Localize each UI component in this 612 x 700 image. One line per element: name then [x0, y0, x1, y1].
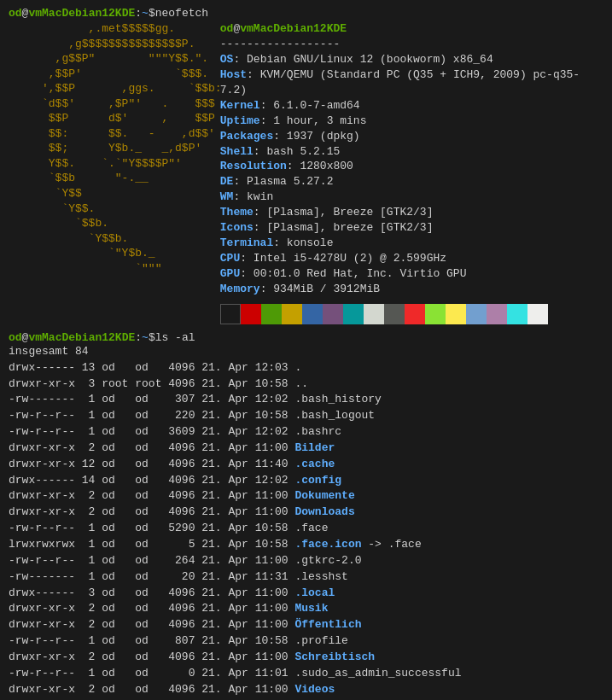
label-de: DE	[220, 175, 234, 188]
list-item: lrwxrwxrwx 1 od od 5 21. Apr 10:58 .face…	[9, 537, 603, 553]
file-name: .profile	[294, 634, 347, 647]
swatch-9	[405, 304, 425, 324]
label-gpu: GPU	[220, 267, 240, 280]
file-name: .bash_logout	[294, 409, 375, 422]
command-neofetch: neofetch	[155, 7, 208, 20]
list-item: -rw-r--r-- 1 od od 220 21. Apr 10:58 .ba…	[9, 408, 603, 424]
file-name: Schreibtisch	[294, 650, 375, 663]
list-item: drwxr-xr-x 12 od od 4096 21. Apr 11:40 .…	[9, 457, 603, 473]
prompt-host-2: vmMacDebian12KDE	[28, 331, 135, 344]
label-host: Host	[220, 68, 247, 81]
list-item: -rw-r--r-- 1 od od 5290 21. Apr 10:58 .f…	[9, 521, 603, 537]
prompt-line-2: od@vmMacDebian12KDE:~$ ls -al	[9, 331, 603, 344]
command-ls: ls -al	[155, 331, 195, 344]
prompt-dollar-1: $	[149, 7, 155, 20]
list-item: drwxr-xr-x 2 od od 4096 21. Apr 11:00 Sc…	[9, 650, 603, 666]
label-os: OS	[220, 53, 234, 66]
file-name: .bash_history	[294, 393, 381, 405]
value-cpu: Intel i5-4278U (2) @ 2.599GHz	[254, 252, 446, 265]
list-item: drwxr-xr-x 2 od od 4096 21. Apr 11:00 Vi…	[9, 682, 603, 698]
file-name: .local	[294, 586, 335, 599]
list-item: drwxr-xr-x 2 od od 4096 21. Apr 11:00 Do…	[9, 488, 603, 505]
label-cpu: CPU	[220, 252, 240, 265]
ls-section: od@vmMacDebian12KDE:~$ ls -al insgesamt …	[9, 331, 603, 700]
prompt-tilde-2: ~	[142, 331, 149, 344]
list-item: drwxr-xr-x 2 od od 4096 21. Apr 11:00 Öf…	[9, 617, 603, 633]
file-name: ..	[294, 377, 308, 390]
swatch-6	[343, 304, 364, 324]
file-name: .bashrc	[294, 425, 341, 438]
list-item: -rw------- 1 od od 20 21. Apr 11:31 .les…	[9, 569, 603, 586]
sysinfo-username: od	[220, 22, 234, 35]
file-name: .face	[294, 522, 328, 534]
value-shell: bash 5.2.15	[266, 145, 340, 158]
list-item: -rw-r--r-- 1 od od 807 21. Apr 10:58 .pr…	[9, 633, 603, 650]
terminal: od@vmMacDebian12KDE:~$ neofetch ,.met$$$…	[0, 0, 612, 700]
value-host: KVM/QEMU (Standard PC (Q35 + ICH9, 2009)…	[220, 68, 580, 96]
file-name: Bilder	[294, 441, 335, 454]
prompt-line-1: od@vmMacDebian12KDE:~$ neofetch	[9, 7, 603, 20]
swatch-3	[282, 304, 302, 324]
sysinfo-dashes: ------------------	[220, 38, 340, 50]
label-wm: WM	[220, 190, 234, 203]
prompt-user-2: od	[9, 331, 22, 344]
list-item: drwx------ 13 od od 4096 21. Apr 12:03 .	[9, 360, 603, 376]
color-swatches	[220, 304, 603, 324]
value-memory: 934MiB / 3912MiB	[273, 283, 380, 295]
prompt-colon-1: :	[135, 7, 142, 20]
prompt-at-1: @	[22, 7, 29, 20]
swatch-10	[425, 304, 446, 324]
file-name: .	[294, 361, 301, 374]
list-item: -rw-r--r-- 1 od od 3609 21. Apr 12:02 .b…	[9, 424, 603, 440]
label-packages: Packages	[220, 130, 273, 143]
prompt-tilde-1: ~	[142, 7, 149, 20]
label-resolution: Resolution	[220, 160, 287, 172]
list-item: drwxr-xr-x 2 od od 4096 21. Apr 11:00 Bi…	[9, 440, 603, 457]
swatch-11	[446, 304, 466, 324]
file-name: .lesshst	[294, 570, 347, 583]
value-packages: 1937 (dpkg)	[287, 130, 360, 143]
file-name: .cache	[294, 458, 335, 470]
file-name: Videos	[294, 683, 335, 696]
label-theme: Theme	[220, 206, 254, 219]
debian-ascii-art: ,.met$$$$$gg. ,g$$$$$$$$$$$$$$$P. ,g$$P"…	[9, 21, 220, 324]
list-item: -rw-r--r-- 1 od od 0 21. Apr 11:01 .sudo…	[9, 666, 603, 682]
value-wm: kwin	[247, 190, 273, 203]
list-item: drwxr-xr-x 2 od od 4096 21. Apr 11:00 Mu…	[9, 601, 603, 617]
file-name: .face.icon	[294, 538, 361, 551]
neofetch-output: ,.met$$$$$gg. ,g$$$$$$$$$$$$$$$P. ,g$$P"…	[9, 21, 603, 324]
swatch-1	[241, 304, 261, 324]
file-name: .sudo_as_admin_successful	[294, 667, 461, 680]
list-item: -rw------- 1 od od 307 21. Apr 12:02 .ba…	[9, 392, 603, 408]
prompt-user-1: od	[9, 7, 22, 20]
value-terminal: konsole	[287, 236, 334, 249]
label-uptime: Uptime	[220, 114, 260, 127]
label-kernel: Kernel	[220, 99, 260, 112]
ls-summary: insgesamt 84	[9, 344, 603, 360]
value-resolution: 1280x800	[300, 160, 353, 172]
file-name: Musik	[294, 602, 328, 615]
list-item: drwx------ 3 od od 4096 21. Apr 11:00 .l…	[9, 586, 603, 602]
label-icons: Icons	[220, 221, 254, 234]
swatch-8	[384, 304, 405, 324]
label-terminal: Terminal	[220, 236, 273, 249]
ls-entries: drwx------ 13 od od 4096 21. Apr 12:03 .…	[9, 360, 603, 700]
value-theme: [Plasma], Breeze [GTK2/3]	[266, 206, 433, 219]
list-item: drwxr-xr-x 3 root root 4096 21. Apr 10:5…	[9, 376, 603, 393]
swatch-12	[466, 304, 487, 324]
file-name: Dokumente	[294, 489, 354, 502]
file-name: .gtkrc-2.0	[294, 554, 361, 567]
swatch-0	[220, 304, 241, 324]
swatch-5	[323, 304, 343, 324]
list-item: -rw-r--r-- 1 od od 264 21. Apr 11:00 .gt…	[9, 553, 603, 569]
label-shell: Shell	[220, 145, 254, 158]
file-name: Downloads	[294, 505, 354, 518]
swatch-14	[507, 304, 527, 324]
list-item: drwxr-xr-x 2 od od 4096 21. Apr 11:00 Do…	[9, 505, 603, 521]
value-kernel: 6.1.0-7-amd64	[273, 99, 359, 112]
sysinfo-host: vmMacDebian12KDE	[240, 22, 347, 35]
sysinfo-block: od@vmMacDebian12KDE ------------------ O…	[220, 21, 603, 324]
value-os: Debian GNU/Linux 12 (bookworm) x86_64	[247, 53, 493, 66]
prompt-host-1: vmMacDebian12KDE	[28, 7, 135, 20]
value-gpu: 00:01.0 Red Hat, Inc. Virtio GPU	[254, 267, 467, 280]
